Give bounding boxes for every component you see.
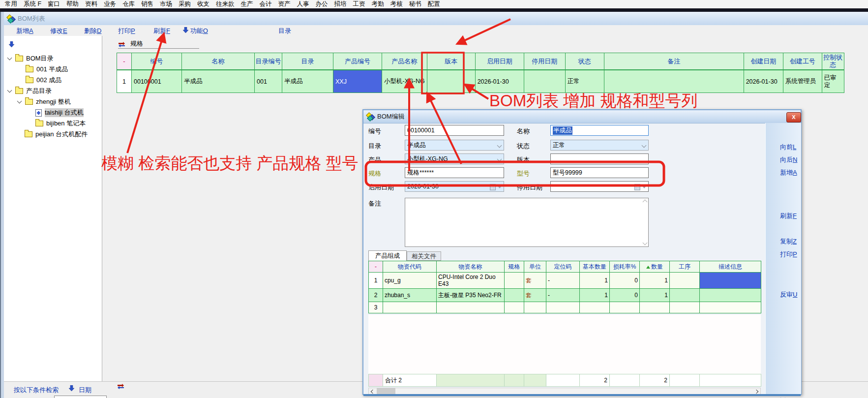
spec-input[interactable]: 规格****** [405,167,504,178]
remark-textarea[interactable] [405,198,649,247]
col-header-base-qty[interactable]: 基本数量 [580,261,610,273]
model-input[interactable]: 型号99999 [550,167,649,178]
col-header-index[interactable]: - [369,261,383,273]
cell-name[interactable]: 半成品 [182,70,255,93]
col-header-qty[interactable]: 数量 [640,261,670,273]
copy-button[interactable]: 复制Z [780,237,797,246]
menu-item[interactable]: 往来款 [216,0,235,8]
tree-node-bom-directory[interactable]: BOM目录 [8,54,54,63]
menu-item[interactable]: 办公 [316,0,328,8]
cell-product-code[interactable]: XXJ [333,70,382,93]
menu-item[interactable]: 生产 [241,0,253,8]
unapprove-button[interactable]: 反审U [780,290,797,299]
menu-item[interactable]: 资料 [85,0,97,8]
print-button[interactable]: 打印P [118,27,135,35]
cell-code[interactable]: 00100001 [132,70,182,93]
cell-loss-rate[interactable]: 0 [610,289,640,302]
directory-combo[interactable]: 半成品 [405,140,504,151]
col-header-created-by[interactable]: 创建工号 [783,53,822,70]
cell-location[interactable]: - [546,273,580,289]
cell-material-code[interactable]: zhuban_s [383,289,437,302]
cell-description[interactable] [700,289,761,302]
cell-description[interactable] [700,273,761,289]
tree-node-taishiji[interactable]: taishiji 台式机 [35,108,84,117]
search-input[interactable] [54,396,107,398]
cell-created-by[interactable]: 系统管理员 [783,70,822,93]
menu-item[interactable]: 考核 [390,0,403,8]
name-input[interactable]: 半成品 [550,125,649,136]
cell-start-date[interactable]: 2026-01-30 [475,70,524,93]
col-header-product-name[interactable]: 产品名称 [382,53,427,70]
cell-created-date[interactable]: 2026-01-30 [744,70,783,93]
menu-item[interactable]: 秘书 [409,0,421,8]
previous-button[interactable]: 向前L [780,143,796,152]
col-header-code[interactable]: 编号 [132,53,182,70]
tree-node-product-directory[interactable]: 产品目录 [8,87,52,95]
cell-unit[interactable] [524,302,546,313]
col-header-control-status[interactable]: 控制状态 [822,53,844,70]
down-arrow-icon[interactable] [69,385,74,391]
cell-material-name[interactable]: 主板-微星 P35 Neo2-FR [437,289,505,302]
col-header-remark[interactable]: 备注 [604,53,744,70]
col-header-index[interactable]: - [117,53,132,70]
col-header-dir-code[interactable]: 目录编号 [255,53,282,70]
tree-collapse-icon[interactable] [9,41,14,47]
next-button[interactable]: 向后N [780,155,797,164]
cell-control-status[interactable]: 已审定 [822,70,844,93]
col-header-material-code[interactable]: 物资代码 [383,261,437,273]
tree-node-bijiben[interactable]: bijiben 笔记本 [35,119,86,128]
component-row[interactable]: 3 [369,302,761,313]
refresh-button[interactable]: 刷新F [153,27,170,35]
scroll-up-icon[interactable] [643,200,648,205]
close-button[interactable]: X [786,112,801,122]
start-date-input[interactable]: 2026-01-30 [405,181,504,192]
menu-item[interactable]: 窗口 [48,0,60,8]
cell-spec[interactable] [505,302,524,313]
menu-item[interactable]: 配置 [428,0,440,8]
cell-status[interactable]: 正常 [565,70,604,93]
function-button[interactable]: 功能O [183,27,208,35]
menu-item[interactable]: 常用 [5,0,17,8]
version-input[interactable] [550,153,649,164]
delete-button[interactable]: 删除D [84,27,101,35]
cell-process[interactable] [670,302,700,313]
col-header-status[interactable]: 状态 [565,53,604,70]
cell-dir-code[interactable]: 001 [255,70,282,93]
cell-remark[interactable] [604,70,744,93]
col-header-loss-rate[interactable]: 损耗率% [610,261,640,273]
cell-index[interactable]: 2 [369,289,383,302]
tree-node-semi-finished[interactable]: 001 半成品 [26,65,68,74]
cell-location[interactable]: - [546,289,580,302]
cell-base-qty[interactable] [580,302,610,313]
edit-button[interactable]: 修改E [50,27,67,35]
menu-item[interactable]: 业务 [104,0,116,8]
chevron-down-icon[interactable] [7,88,12,93]
col-header-name[interactable]: 名称 [182,53,255,70]
dialog-titlebar[interactable]: BOM编辑 [363,110,801,123]
menu-item[interactable]: 仓库 [122,0,135,8]
col-header-material-name[interactable]: 物资名称 [437,261,505,273]
cell-base-qty[interactable]: 1 [580,289,610,302]
tab-product-composition[interactable]: 产品组成 [368,250,407,261]
col-header-created-date[interactable]: 创建日期 [744,53,783,70]
cell-index[interactable]: 1 [369,273,383,289]
scroll-left-icon[interactable] [371,390,375,394]
search-field-label[interactable]: 日期 [79,386,91,395]
menu-item[interactable]: 考勤 [372,0,384,8]
cell-qty[interactable]: 1 [640,273,670,289]
cell-location[interactable] [546,302,580,313]
swap-columns-icon[interactable] [117,383,124,389]
swap-columns-icon[interactable] [118,41,125,47]
cell-stop-date[interactable] [524,70,565,93]
chevron-down-icon[interactable] [7,56,12,61]
cell-spec[interactable] [505,273,524,289]
table-row[interactable]: 1 00100001 半成品 001 半成品 XXJ 小型机-XG-NG 202… [117,70,844,93]
col-header-stop-date[interactable]: 停用日期 [524,53,565,70]
chevron-down-icon[interactable] [17,99,22,104]
tree-node-peijian[interactable]: peijian 台式机配件 [25,130,88,139]
cell-base-qty[interactable]: 1 [580,273,610,289]
menu-item[interactable]: 系统 F [24,0,41,8]
cell-version[interactable] [427,70,475,93]
fuzzy-filter-field[interactable]: 规格 [118,39,199,49]
tab-related-files[interactable]: 相关文件 [407,251,441,261]
